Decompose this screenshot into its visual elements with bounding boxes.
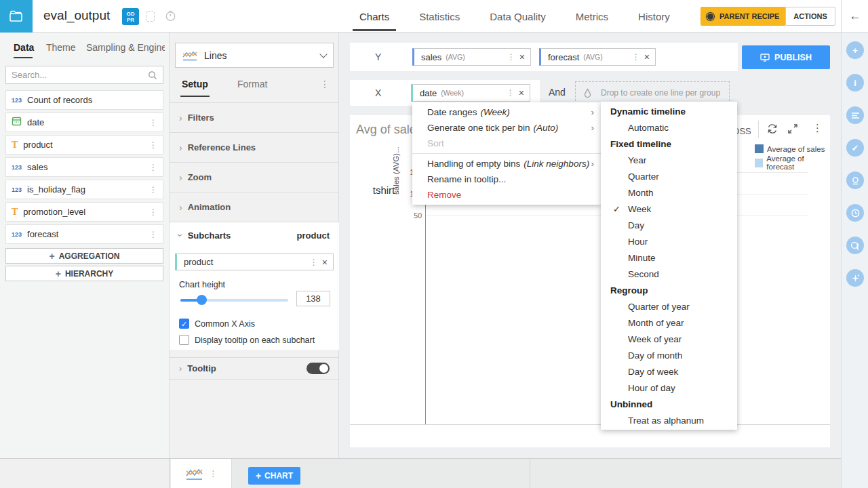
tab-format[interactable]: Format <box>237 79 267 89</box>
menu-item-remove[interactable]: Remove <box>412 187 601 203</box>
add-icon[interactable]: + <box>846 41 864 59</box>
submenu-item-month-of-year[interactable]: Month of year <box>601 314 737 331</box>
discussions-icon[interactable] <box>846 237 864 254</box>
submenu-item-treat-as-alphanum[interactable]: Treat as alphanum <box>601 412 737 428</box>
y-pill-sales[interactable]: sales(AVG) ⋮× <box>412 48 531 66</box>
subcharts-body: product ⋮ × Chart height 138 ✓ Common X … <box>170 248 339 350</box>
submenu-item-week-of-year[interactable]: Week of year <box>601 331 737 347</box>
display-tooltip-row[interactable]: Display tooltip on each subchart <box>179 335 315 345</box>
chart-height-slider-handle[interactable] <box>197 295 207 305</box>
field-kebab-icon[interactable]: ⋮ <box>149 185 157 195</box>
tab-charts[interactable]: Charts <box>355 0 393 33</box>
submenu-item-day-of-week[interactable]: Day of week <box>601 363 737 380</box>
add-chart-button[interactable]: +CHART <box>248 467 300 485</box>
sidebar-tab-data[interactable]: Data <box>14 42 34 53</box>
pill-kebab-icon[interactable]: ⋮ <box>632 52 640 62</box>
tab-metrics[interactable]: Metrics <box>572 0 612 33</box>
pill-kebab-icon[interactable]: ⋮ <box>507 88 515 98</box>
refresh-icon[interactable] <box>766 123 778 135</box>
submenu-item-second[interactable]: Second <box>601 266 737 282</box>
field-label: Count of records <box>27 95 157 105</box>
submenu-item-month[interactable]: Month <box>601 184 737 201</box>
pill-remove-icon[interactable]: × <box>519 52 525 62</box>
submenu-item-year[interactable]: Year <box>601 152 737 168</box>
field-kebab-icon[interactable]: ⋮ <box>149 140 157 150</box>
add-hierarchy-button[interactable]: +HIERARCHY <box>5 266 163 281</box>
submenu-item-day-of-month[interactable]: Day of month <box>601 347 737 363</box>
tab-history[interactable]: History <box>634 0 674 33</box>
field-is-holiday-flag[interactable]: 123is_holiday_flag⋮ <box>5 180 163 199</box>
checkbox-checked-icon[interactable]: ✓ <box>179 319 189 329</box>
expand-icon[interactable] <box>787 123 799 135</box>
y-pill-forecast[interactable]: forecast(AVG) ⋮× <box>539 48 656 66</box>
submenu-item-quarter[interactable]: Quarter <box>601 168 737 184</box>
chart-tab-kebab-icon[interactable]: ⋮ <box>210 469 218 479</box>
x-pill-date[interactable]: date(Week) ⋮× <box>411 84 530 102</box>
group-drop-zone[interactable]: Drop to create one line per group <box>575 81 730 104</box>
field-product[interactable]: Tproduct⋮ <box>5 135 163 155</box>
section-tooltip[interactable]: › Tooltip <box>170 357 339 380</box>
field-forecast[interactable]: 123forecast⋮ <box>5 224 163 244</box>
clock-icon[interactable] <box>846 204 864 222</box>
actions-button[interactable]: ACTIONS <box>785 7 835 26</box>
section-subcharts[interactable]: › Subcharts product <box>170 222 339 248</box>
search-box[interactable] <box>5 66 163 84</box>
submenu-item-hour[interactable]: Hour <box>601 233 737 249</box>
field-kebab-icon[interactable]: ⋮ <box>149 163 157 172</box>
menu-item-generate-one-tick-per-bin[interactable]: Generate one tick per bin(Auto)› <box>412 120 601 136</box>
dataset-logo[interactable] <box>0 0 33 33</box>
field-date[interactable]: date⋮ <box>5 113 163 132</box>
subchart-dimension-pill[interactable]: product ⋮ × <box>175 253 334 270</box>
section-filters[interactable]: ›Filters <box>170 102 339 132</box>
submenu-item-day[interactable]: Day <box>601 217 737 233</box>
ai-assistant-icon[interactable] <box>846 269 864 287</box>
section-reference-lines[interactable]: ›Reference Lines <box>170 132 339 162</box>
parent-recipe-button[interactable]: PARENT RECIPE <box>701 7 786 26</box>
sidebar-tab-theme[interactable]: Theme <box>46 42 76 53</box>
info-icon[interactable]: i <box>846 74 864 92</box>
panel-kebab-icon[interactable]: ⋮ <box>320 79 330 89</box>
publish-button[interactable]: PUBLISH <box>742 45 830 69</box>
chart-height-value[interactable]: 138 <box>296 291 330 306</box>
menu-item-sort[interactable]: Sort <box>412 136 601 151</box>
pill-remove-icon[interactable]: × <box>519 87 524 98</box>
field-kebab-icon[interactable]: ⋮ <box>149 230 157 239</box>
submenu-item-hour-of-day[interactable]: Hour of day <box>601 380 737 396</box>
tab-data-quality[interactable]: Data Quality <box>486 0 550 33</box>
section-zoom[interactable]: ›Zoom <box>170 162 339 192</box>
list-icon[interactable] <box>846 106 864 124</box>
field-promotion-level[interactable]: Tpromotion_level⋮ <box>5 202 163 222</box>
menu-item-date-ranges[interactable]: Date ranges(Week)› <box>412 104 601 120</box>
search-input[interactable] <box>12 70 148 80</box>
pill-remove-icon[interactable]: × <box>322 257 328 268</box>
chart-thumbnail-tab[interactable]: ⋮ <box>171 459 232 488</box>
pill-kebab-icon[interactable]: ⋮ <box>310 258 318 267</box>
timer-icon[interactable] <box>165 10 176 22</box>
pill-remove-icon[interactable]: × <box>644 52 650 62</box>
menu-item-handling-of-empty-bins[interactable]: Handling of empty bins(Link neighbors)› <box>412 156 601 171</box>
tooltip-toggle[interactable] <box>307 363 330 374</box>
submenu-item-quarter-of-year[interactable]: Quarter of year <box>601 298 737 314</box>
submenu-item-minute[interactable]: Minute <box>601 249 737 266</box>
checkbox-unchecked-icon[interactable] <box>179 335 189 345</box>
field-count-of-records[interactable]: 123Count of records <box>5 90 163 110</box>
submenu-item-automatic[interactable]: Automatic <box>601 119 737 136</box>
add-aggregation-button[interactable]: +AGGREGATION <box>5 248 163 264</box>
recipe-outline-icon[interactable] <box>146 11 155 22</box>
tab-statistics[interactable]: Statistics <box>415 0 464 33</box>
sidebar-tab-sampling-engine[interactable]: Sampling & Engine <box>86 42 165 53</box>
field-kebab-icon[interactable]: ⋮ <box>149 118 157 127</box>
camera-icon[interactable] <box>846 171 864 189</box>
pill-kebab-icon[interactable]: ⋮ <box>507 52 515 62</box>
chart-kebab-icon[interactable]: ⋮ <box>812 122 823 134</box>
common-x-axis-row[interactable]: ✓ Common X Axis <box>179 319 255 329</box>
menu-item-rename-in-tooltip[interactable]: Rename in tooltip... <box>412 171 601 187</box>
collapse-panel-button[interactable]: ← <box>842 0 868 33</box>
submenu-item-week[interactable]: ✓Week <box>601 201 737 217</box>
tab-setup[interactable]: Setup <box>182 79 208 89</box>
field-kebab-icon[interactable]: ⋮ <box>149 207 157 217</box>
field-sales[interactable]: 123sales⋮ <box>5 157 163 177</box>
chart-type-dropdown[interactable]: Lines <box>175 43 334 68</box>
checks-icon[interactable]: ✓ <box>846 139 864 157</box>
section-animation[interactable]: ›Animation <box>170 192 339 222</box>
